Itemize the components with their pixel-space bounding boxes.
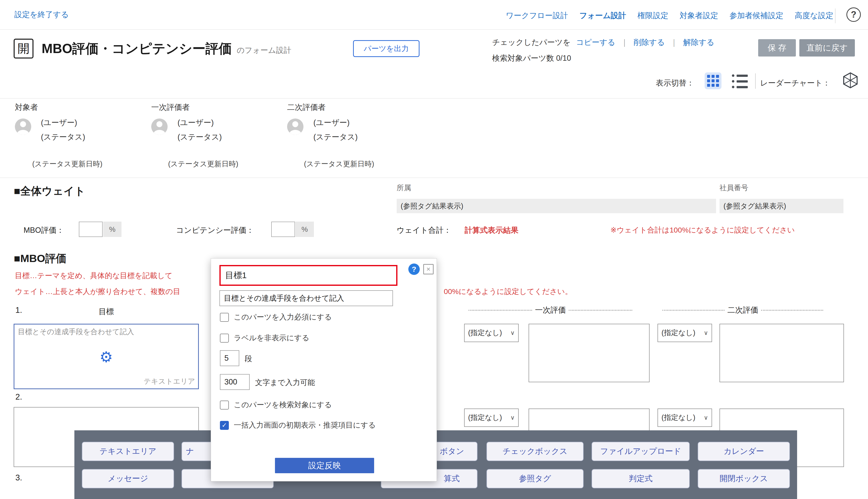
palette-reference-tag-button[interactable]: 参照タグ — [487, 469, 584, 488]
overall-weight-heading: ■全体ウェイト — [14, 184, 85, 198]
second-evaluator-updated: (ステータス更新日時) — [304, 159, 374, 169]
page-subtitle: のフォーム設計 — [237, 45, 291, 59]
checkbox-checked-icon[interactable]: ✓ — [220, 421, 229, 430]
target-person-status: (ステータス) — [41, 132, 85, 142]
dropdown-value: (指定なし) — [468, 413, 502, 423]
section-divider — [0, 98, 868, 99]
employee-number-label: 社員番号 — [720, 183, 748, 193]
row-3-number: 3. — [15, 473, 22, 483]
second-evaluator-user: (ユーザー) — [314, 118, 350, 128]
nav-permission-settings[interactable]: 権限設定 — [637, 10, 668, 21]
second-eval-dropdown-2[interactable]: (指定なし) ∨ — [658, 409, 712, 427]
palette-message-button[interactable]: メッセージ — [82, 469, 174, 488]
nav-workflow-design[interactable]: ワークフロー設計 — [506, 10, 568, 21]
modal-help-icon[interactable]: ? — [408, 264, 420, 275]
copy-parts-link[interactable]: コピーする — [576, 37, 615, 48]
dropdown-value: (指定なし) — [468, 328, 502, 338]
chevron-down-icon: ∨ — [510, 329, 515, 337]
target-person-user: (ユーザー) — [41, 118, 77, 128]
weight-instruction-note-left: ウェイト…上長と本人が擦り合わせて、複数の目 — [15, 287, 181, 297]
help-icon[interactable]: ? — [846, 8, 861, 22]
palette-collapse-box-button[interactable]: 開閉ボックス — [698, 469, 790, 488]
placeholder-text-input[interactable] — [219, 290, 393, 306]
checkbox-icon[interactable] — [220, 334, 229, 343]
first-eval-dropdown-1[interactable]: (指定なし) ∨ — [464, 324, 519, 342]
target-person-updated: (ステータス更新日時) — [32, 159, 102, 169]
section-divider — [0, 178, 868, 178]
first-eval-comment-box-1[interactable] — [529, 324, 650, 382]
separator: ｜ — [621, 37, 628, 48]
checkbox-icon[interactable] — [220, 313, 229, 322]
nav-form-design[interactable]: フォーム設計 — [579, 10, 626, 21]
first-evaluator-status: (ステータス) — [178, 132, 222, 142]
rows-suffix-label: 段 — [245, 354, 252, 364]
weight-instruction-note-right: 00%になるように設定してください。 — [444, 287, 572, 297]
release-parts-link[interactable]: 解除する — [683, 37, 714, 48]
chevron-down-icon: ∨ — [510, 414, 515, 421]
dropdown-value: (指定なし) — [661, 413, 695, 423]
export-parts-button[interactable]: パーツを出力 — [353, 40, 419, 57]
bulk-input-default-checkbox[interactable]: ✓ 一括入力画面の初期表示・推奨項目にする — [220, 420, 376, 430]
mbo-section-heading: ■MBO評価 — [14, 251, 66, 266]
save-button[interactable]: 保 存 — [758, 39, 796, 57]
second-eval-dropdown-1[interactable]: (指定なし) ∨ — [658, 324, 712, 342]
radar-chart-icon[interactable] — [842, 71, 859, 89]
palette-checkbox-button[interactable]: チェックボックス — [487, 442, 584, 461]
toolbar-divider — [755, 73, 756, 89]
delete-parts-link[interactable]: 削除する — [634, 37, 665, 48]
first-eval-label: 一次評価 — [535, 305, 566, 315]
target-person-avatar — [15, 119, 31, 135]
view-toggle-label: 表示切替： — [656, 78, 694, 88]
dropdown-value: (指定なし) — [661, 328, 695, 338]
target-person-label: 対象者 — [15, 102, 38, 112]
checkbox-label: このパーツを検索対象にする — [234, 400, 332, 410]
mbo-weight-input[interactable] — [79, 222, 103, 237]
radar-chart-label: レーダーチャート： — [760, 78, 830, 88]
exit-settings-link[interactable]: 設定を終了する — [14, 9, 69, 20]
part-type-label: テキストエリア — [144, 377, 195, 387]
nav-advanced-settings[interactable]: 高度な設定 — [795, 10, 833, 21]
apply-settings-button[interactable]: 設定反映 — [275, 458, 374, 473]
top-nav: ワークフロー設計 フォーム設計 権限設定 対象者設定 参加者候補設定 高度な設定 — [506, 10, 833, 21]
part-label-input[interactable] — [219, 265, 398, 286]
nav-target-settings[interactable]: 対象者設定 — [680, 10, 718, 21]
hide-label-checkbox[interactable]: ラベルを非表示にする — [220, 333, 309, 343]
goal-instruction-note: 目標…テーマを定め、具体的な目標を記載して — [15, 271, 173, 281]
separator: ｜ — [670, 37, 677, 48]
rows-count-input[interactable] — [220, 350, 239, 366]
palette-textarea-button[interactable]: テキストエリア — [82, 442, 174, 461]
checkbox-label: このパーツを入力必須にする — [234, 312, 332, 322]
palette-judgement-button[interactable]: 判定式 — [591, 469, 690, 488]
form-doc-icon: 開 — [14, 39, 34, 59]
max-chars-input[interactable] — [220, 374, 250, 390]
second-evaluator-status: (ステータス) — [314, 132, 358, 142]
part-settings-modal: ? × このパーツを入力必須にする ラベルを非表示にする 段 文字まで入力可能 … — [211, 258, 437, 482]
competency-weight-label: コンピテンシー評価： — [176, 225, 254, 235]
checkbox-label: ラベルを非表示にする — [234, 333, 309, 343]
second-eval-comment-box-1[interactable] — [720, 324, 844, 382]
goal-textarea-1[interactable]: 目標とその達成手段を合わせて記入 ⚙ テキストエリア — [14, 324, 199, 389]
search-target-checkbox[interactable]: このパーツを検索対象にする — [220, 400, 332, 410]
list-view-icon[interactable] — [732, 74, 748, 88]
gear-icon[interactable]: ⚙ — [14, 348, 198, 366]
required-checkbox[interactable]: このパーツを入力必須にする — [220, 312, 332, 322]
department-value-box: (参照タグ結果表示) — [397, 199, 716, 213]
goal-textarea-placeholder: 目標とその達成手段を合わせて記入 — [18, 327, 134, 337]
undo-button[interactable]: 直前に戻す — [799, 39, 855, 57]
nav-divider — [835, 9, 835, 23]
nav-participant-candidate-settings[interactable]: 参加者候補設定 — [730, 10, 783, 21]
row-2-number: 2. — [15, 392, 22, 402]
department-label: 所属 — [397, 183, 411, 193]
checkbox-label: 一括入力画面の初期表示・推奨項目にする — [234, 420, 376, 430]
palette-fileupload-button[interactable]: ファイルアップロード — [591, 442, 690, 461]
mbo-percent-suffix: % — [103, 222, 122, 237]
title-row: MBO評価・コンピテンシー評価 のフォーム設計 — [42, 39, 291, 59]
first-eval-dropdown-2[interactable]: (指定なし) ∨ — [464, 409, 519, 427]
goal-column-header: 目標 — [14, 306, 199, 317]
competency-weight-input[interactable] — [271, 222, 295, 237]
second-evaluator-avatar — [287, 119, 304, 135]
modal-close-icon[interactable]: × — [423, 264, 433, 275]
palette-calendar-button[interactable]: カレンダー — [698, 442, 790, 461]
grid-view-icon[interactable] — [705, 72, 721, 89]
checkbox-icon[interactable] — [220, 401, 229, 410]
